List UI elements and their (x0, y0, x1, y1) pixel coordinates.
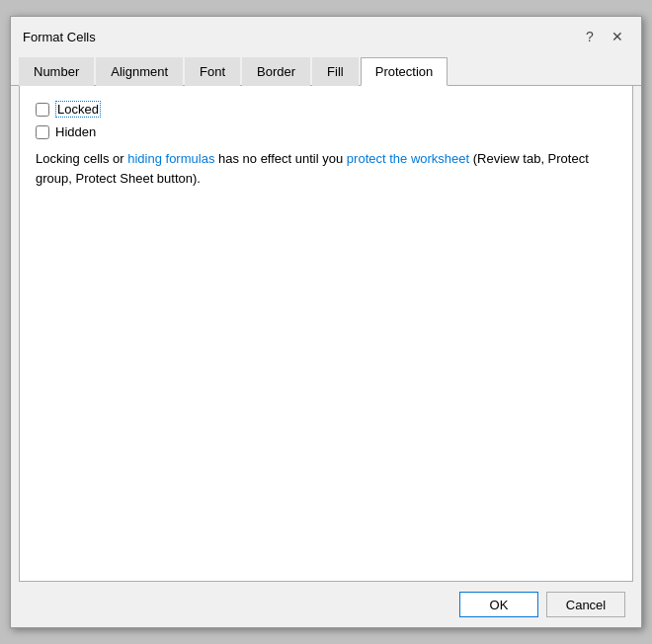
cancel-button[interactable]: Cancel (546, 592, 625, 617)
ok-button[interactable]: OK (459, 592, 538, 617)
title-bar: Format Cells ? ✕ (11, 17, 641, 52)
tab-number[interactable]: Number (19, 57, 94, 86)
tab-content-protection: Locked Hidden Locking cells or hiding fo… (19, 86, 633, 582)
tab-alignment[interactable]: Alignment (96, 57, 183, 86)
hidden-label[interactable]: Hidden (55, 124, 96, 139)
info-middle: has no effect until you (214, 151, 346, 166)
locked-checkbox[interactable] (36, 103, 49, 117)
locked-label[interactable]: Locked (55, 102, 101, 117)
tab-border[interactable]: Border (242, 57, 310, 86)
tab-font[interactable]: Font (185, 57, 240, 86)
dialog-footer: OK Cancel (11, 582, 641, 627)
tab-fill[interactable]: Fill (312, 57, 359, 86)
tab-protection[interactable]: Protection (361, 57, 448, 86)
info-link-hiding: hiding formulas (127, 151, 214, 166)
hidden-checkbox[interactable] (36, 125, 49, 139)
locked-row: Locked (36, 102, 616, 117)
hidden-row: Hidden (36, 124, 616, 139)
title-bar-left: Format Cells (23, 30, 96, 44)
format-cells-dialog: Format Cells ? ✕ Number Alignment Font B… (10, 16, 642, 628)
dialog-title: Format Cells (23, 30, 96, 44)
protection-info-text: Locking cells or hiding formulas has no … (36, 149, 609, 188)
info-link-protect: protect the worksheet (347, 151, 469, 166)
help-button[interactable]: ? (578, 25, 602, 48)
title-bar-right: ? ✕ (578, 25, 629, 48)
tabs-container: Number Alignment Font Border Fill Protec… (11, 52, 641, 86)
info-before: Locking cells or (36, 151, 127, 166)
close-button[interactable]: ✕ (606, 25, 629, 48)
